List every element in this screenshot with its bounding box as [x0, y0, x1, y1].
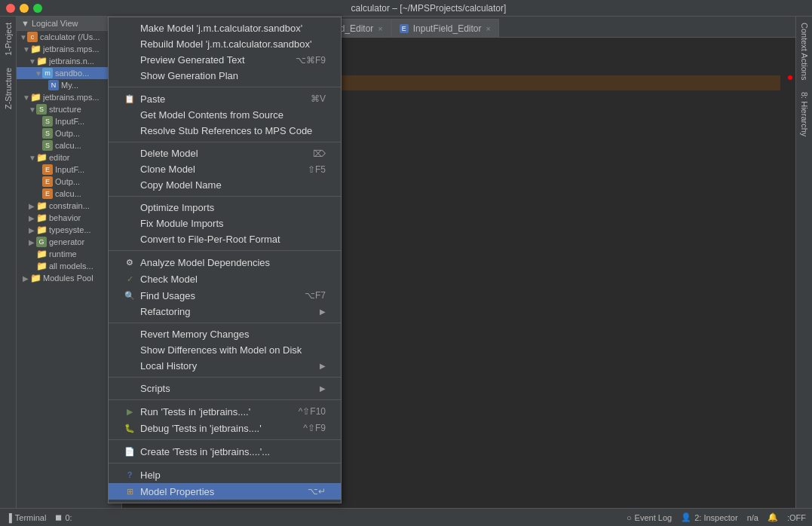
tab-icon-inputfield: E — [400, 24, 409, 33]
tree-item-calculator[interactable]: ▼ c calculator (/Us... — [17, 31, 121, 43]
sidebar-top-tab[interactable]: ▼ Logical View — [17, 17, 121, 31]
menu-sep-5 — [109, 323, 341, 323]
menu-sep-9 — [109, 463, 341, 463]
maximize-button[interactable] — [33, 4, 42, 13]
bottom-tab-terminal[interactable]: ▐ Terminal — [6, 513, 46, 522]
bottom-bar: ▐ Terminal ◼ 0: ○ Event Log 👤 2: Inspect… — [0, 508, 812, 526]
menu-item-fix-imports[interactable]: Fix Module Imports — [109, 216, 341, 231]
menu-item-revert-memory[interactable]: Revert Memory Changes — [109, 326, 341, 342]
tree-item-editor[interactable]: ▼ 📁 editor — [17, 151, 121, 164]
tree-item-modules-pool[interactable]: ▶ 📁 Modules Pool — [17, 272, 121, 284]
inspector-tab[interactable]: 👤 2: Inspector — [681, 512, 737, 522]
tree-item-outp2[interactable]: E Outp... — [17, 176, 121, 188]
analyze-icon: ⚙ — [124, 256, 136, 268]
close-button[interactable] — [6, 4, 15, 13]
tree-item-jetbrains-mps[interactable]: ▼ 📁 jetbrains.mps... — [17, 43, 121, 55]
menu-item-debug-tests[interactable]: 🐛 Debug 'Tests in 'jetbrains....' ^⇧F9 — [109, 420, 341, 436]
menu-item-local-history[interactable]: Local History ▶ — [109, 358, 341, 374]
tree-item-typesyste[interactable]: ▶ 📁 typesyste... — [17, 224, 121, 236]
right-tab-hierarchy[interactable]: 8: Hierarchy — [798, 86, 811, 142]
inspector-label: 2: Inspector — [694, 513, 737, 522]
tree-item-all-models[interactable]: 📁 all models... — [17, 260, 121, 272]
event-log-label: Event Log — [635, 513, 673, 522]
tree-item-calcu[interactable]: S calcu... — [17, 139, 121, 151]
bottom-tab-0[interactable]: ◼ 0: — [55, 512, 72, 522]
menu-sep-1 — [109, 87, 341, 87]
menu-item-scripts[interactable]: Scripts ▶ — [109, 381, 341, 396]
menu-item-clone-model[interactable]: Clone Model ⇧F5 — [109, 161, 341, 177]
traffic-lights[interactable] — [6, 4, 42, 13]
notification-icon: 🔔 — [768, 512, 778, 522]
menu-sep-2 — [109, 142, 341, 142]
create-icon: 📄 — [124, 445, 136, 457]
tree-item-constrain[interactable]: ▶ 📁 constrain... — [17, 200, 121, 212]
menu-item-show-gen-plan[interactable]: Show Generation Plan — [109, 68, 341, 84]
title-bar: calculator – [~/MPSProjects/calculator] — [0, 0, 812, 17]
event-log-icon: ○ — [627, 513, 632, 522]
tab-label-inputfield: InputField_Editor — [413, 23, 482, 34]
tree-item-sandbox[interactable]: ▼ m sandbo... — [17, 67, 121, 79]
tree-item-jetbrains-n[interactable]: ▼ 📁 jetbrains.n... — [17, 55, 121, 67]
menu-sep-7 — [109, 399, 341, 400]
sidebar-tab-project[interactable]: 1-Project — [2, 17, 15, 62]
tree-item-outp[interactable]: S Outp... — [17, 127, 121, 139]
sidebar-tab-structure[interactable]: Z-Structure — [2, 62, 15, 115]
nva-label: n/a — [747, 513, 758, 522]
tree-item-jetbrains-mps2[interactable]: ▼ 📁 jetbrains.mps... — [17, 91, 121, 103]
off-label: :OFF — [787, 513, 806, 522]
menu-item-resolve-stub[interactable]: Resolve Stub References to MPS Code — [109, 123, 341, 139]
menu-item-check-model[interactable]: ✓ Check Model — [109, 271, 341, 287]
menu-item-get-model[interactable]: Get Model Contents from Source — [109, 107, 341, 123]
paste-icon: 📋 — [124, 93, 136, 105]
tree-item-structure[interactable]: ▼ S structure — [17, 103, 121, 115]
terminal-icon: ▐ — [6, 513, 12, 522]
tree-item-generator[interactable]: ▶ G generator — [17, 236, 121, 248]
menu-sep-4 — [109, 250, 341, 251]
debug-icon: 🐛 — [124, 422, 136, 434]
menu-item-paste[interactable]: 📋 Paste ⌘V — [109, 90, 341, 107]
menu-item-analyze-deps[interactable]: ⚙ Analyze Model Dependencies — [109, 254, 341, 271]
menu-item-help[interactable]: ? Help — [109, 466, 341, 483]
menu-sep-3 — [109, 196, 341, 197]
inspector-icon: 👤 — [681, 512, 691, 522]
menu-item-create-tests[interactable]: 📄 Create 'Tests in 'jetbrains....'... — [109, 443, 341, 460]
tree-item-inputf[interactable]: S InputF... — [17, 115, 121, 127]
local-history-arrow-icon: ▶ — [320, 362, 326, 370]
minimize-button[interactable] — [20, 4, 29, 13]
help-icon: ? — [124, 469, 136, 481]
menu-item-delete-model[interactable]: Delete Model ⌦ — [109, 145, 341, 161]
tree-item-inputf2[interactable]: E InputF... — [17, 164, 121, 176]
tab-close-outputfield[interactable]: × — [378, 24, 382, 33]
window-title: calculator – [~/MPSProjects/calculator] — [51, 3, 806, 14]
menu-item-refactoring[interactable]: Refactoring ▶ — [109, 304, 341, 320]
check-icon: ✓ — [124, 273, 136, 285]
menu-item-run-tests[interactable]: ▶ Run 'Tests in 'jetbrains....' ^⇧F10 — [109, 403, 341, 420]
tree-item-runtime[interactable]: 📁 runtime — [17, 248, 121, 260]
tab-close-inputfield[interactable]: × — [486, 24, 491, 33]
sidebar: ▼ Logical View ▼ c calculator (/Us... ▼ … — [17, 17, 122, 526]
tree-item-calcu2[interactable]: E calcu... — [17, 188, 121, 200]
tab-inputfield[interactable]: E InputField_Editor × — [391, 19, 499, 37]
menu-item-show-diff[interactable]: Show Differences with Model on Disk — [109, 342, 341, 358]
event-log-tab[interactable]: ○ Event Log — [627, 513, 672, 522]
menu-item-preview-text[interactable]: Preview Generated Text ⌥⌘F9 — [109, 52, 341, 68]
project-tree: ▼ c calculator (/Us... ▼ 📁 jetbrains.mps… — [17, 31, 121, 526]
menu-item-find-usages[interactable]: 🔍 Find Usages ⌥F7 — [109, 287, 341, 304]
terminal-label: Terminal — [15, 513, 47, 522]
menu-item-rebuild-model[interactable]: Rebuild Model 'j.m.t.calculator.sandbox' — [109, 36, 341, 52]
menu-item-convert-format[interactable]: Convert to File-Per-Root Format — [109, 231, 341, 247]
tree-item-behavior[interactable]: ▶ 📁 behavior — [17, 212, 121, 224]
menu-sep-8 — [109, 439, 341, 440]
menu-item-optimize-imports[interactable]: Optimize Imports — [109, 200, 341, 216]
right-tab-context[interactable]: Context Actions — [798, 17, 811, 86]
tree-item-mycalc[interactable]: N My... — [17, 79, 121, 91]
menu-item-model-properties[interactable]: ⊞ Model Properties ⌥↵ — [109, 483, 341, 500]
error-marker — [788, 75, 792, 80]
bottom-right: ○ Event Log 👤 2: Inspector n/a 🔔 :OFF — [627, 512, 806, 522]
menu-sep-6 — [109, 377, 341, 378]
menu-item-make-model[interactable]: Make Model 'j.m.t.calculator.sandbox' — [109, 20, 341, 36]
run-icon: ▶ — [124, 405, 136, 417]
scripts-arrow-icon: ▶ — [320, 384, 326, 393]
menu-item-copy-model-name[interactable]: Copy Model Name — [109, 177, 341, 193]
find-icon: 🔍 — [124, 289, 136, 301]
